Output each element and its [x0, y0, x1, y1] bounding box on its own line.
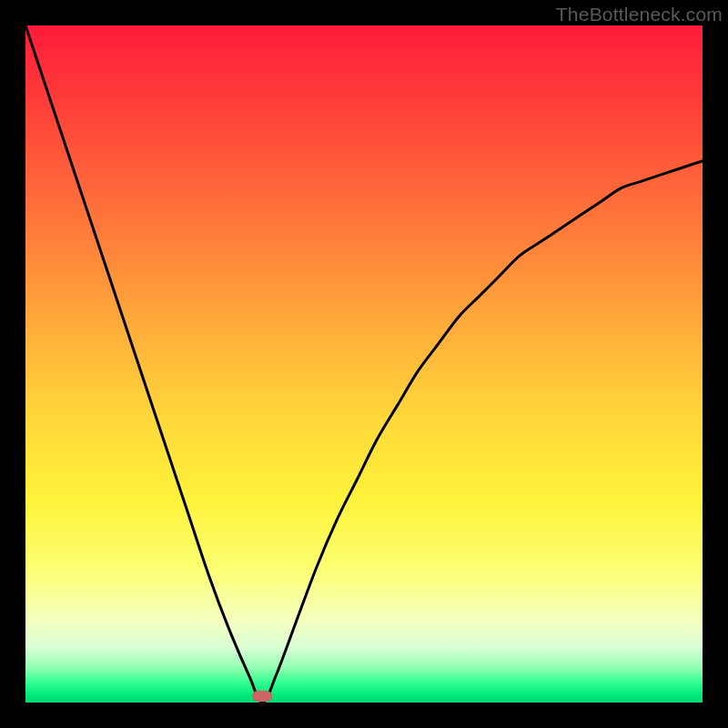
watermark-label: TheBottleneck.com: [556, 4, 723, 25]
chart-frame: TheBottleneck.com: [0, 0, 728, 728]
curve-path: [25, 25, 703, 703]
bottleneck-curve: [25, 25, 703, 703]
chart-plot-area: [25, 25, 703, 703]
optimum-marker-icon: [252, 691, 272, 702]
